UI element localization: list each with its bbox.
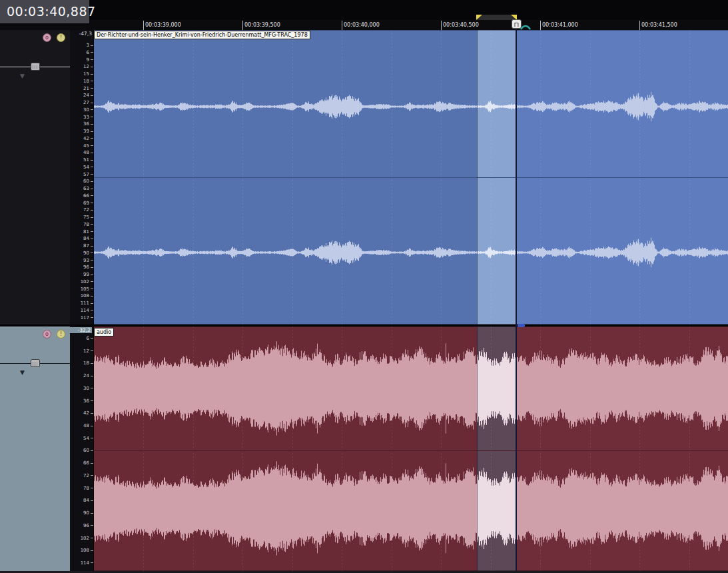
- solo-icon[interactable]: !: [57, 33, 65, 42]
- scrub-cursor-icon: [520, 24, 531, 30]
- ruler-tick: 00:03:40,500: [441, 21, 479, 30]
- ruler-tick: 00:03:39,000: [143, 21, 181, 30]
- level-tick: 39: [83, 129, 93, 134]
- level-tick: 114: [81, 560, 93, 566]
- level-tick: 45: [83, 143, 93, 149]
- track2-waveform[interactable]: [94, 326, 728, 571]
- ruler-tick: 00:03:40,000: [342, 21, 380, 30]
- level-tick: 102: [81, 536, 93, 541]
- level-tick: 51: [83, 157, 93, 163]
- level-tick: 60: [83, 179, 93, 184]
- level-tick: 54: [83, 165, 93, 170]
- level-tick: 24: [83, 93, 93, 98]
- playhead-handle-icon: ⊓: [514, 21, 520, 28]
- level-tick: 18: [83, 360, 93, 366]
- mute-icon[interactable]: o: [43, 33, 51, 42]
- top-bar: [0, 0, 728, 20]
- level-tick: 48: [83, 150, 93, 155]
- timeline-ruler[interactable]: 00:03:39,00000:03:39,50000:03:40,00000:0…: [0, 20, 728, 30]
- level-tick: 90: [83, 510, 93, 516]
- level-tick: 6: [87, 336, 93, 341]
- track2-buttons: o !: [43, 330, 65, 338]
- track1-buttons: o !: [43, 33, 65, 42]
- level-tick: 42: [83, 410, 93, 416]
- selection-start-handle[interactable]: [476, 15, 482, 20]
- level-tick: 117: [81, 315, 93, 320]
- ruler-tick: 00:03:39,500: [242, 21, 280, 30]
- solo-icon[interactable]: !: [57, 330, 65, 338]
- level-tick: 30: [83, 107, 93, 113]
- track2-header: o ! ▼: [0, 326, 70, 571]
- playhead-line: [516, 20, 517, 571]
- level-tick: 99: [83, 272, 93, 277]
- selection-range-bar[interactable]: [477, 15, 516, 20]
- level-tick: 108: [81, 293, 93, 298]
- level-tick: 78: [83, 486, 93, 491]
- level-tick: 63: [83, 186, 93, 191]
- level-tick: 72: [83, 473, 93, 478]
- track1-header: o ! ▼: [0, 30, 70, 324]
- level-tick: 9: [87, 57, 93, 63]
- level-tick: 57: [83, 172, 93, 177]
- level-tick: 69: [83, 201, 93, 206]
- level-tick: 84: [83, 498, 93, 503]
- ruler-tick: 00:03:41,500: [639, 21, 677, 30]
- mute-icon[interactable]: o: [43, 330, 51, 338]
- level-tick: 108: [81, 548, 93, 553]
- level-tick: 54: [83, 436, 93, 441]
- track1-clip-label[interactable]: Der-Richter-und-sein-Henker_Krimi-von-Fr…: [94, 31, 310, 39]
- level-tick: 105: [81, 286, 93, 292]
- track1-level-ruler: -47,3 3691215182124273033363942454851545…: [70, 30, 94, 324]
- level-tick: 75: [83, 215, 93, 220]
- timecode-display: 00:03:40,887: [0, 0, 89, 23]
- track1-waveform[interactable]: [94, 30, 728, 324]
- track1-volume-handle[interactable]: [31, 63, 40, 71]
- level-tick: 66: [83, 460, 93, 466]
- track2-volume-slider[interactable]: [0, 359, 70, 368]
- ruler-tick: 00:03:41,000: [540, 21, 578, 30]
- level-tick: 24: [83, 373, 93, 378]
- level-tick: 114: [81, 308, 93, 313]
- level-tick: 60: [83, 448, 93, 453]
- level-tick: 48: [83, 423, 93, 428]
- level-tick: 81: [83, 229, 93, 235]
- level-tick: 3: [87, 43, 93, 48]
- playhead-handle[interactable]: ⊓: [512, 19, 522, 29]
- level-tick: 66: [83, 193, 93, 199]
- clip-marker[interactable]: [518, 324, 525, 327]
- level-tick: 96: [83, 523, 93, 528]
- track2-collapse-arrow[interactable]: ▼: [20, 370, 25, 376]
- selection-left-edge[interactable]: [477, 30, 478, 571]
- level-tick: 78: [83, 222, 93, 227]
- level-tick: 87: [83, 243, 93, 249]
- track2-level-ruler: -32,2 6121824303642485460667278849096102…: [70, 326, 94, 571]
- level-tick: 6: [87, 50, 93, 55]
- track2-volume-handle[interactable]: [31, 359, 40, 367]
- track2-clip-label[interactable]: audio: [94, 328, 114, 336]
- level-tick: 90: [83, 251, 93, 256]
- level-tick: 27: [83, 100, 93, 105]
- level-tick: 12: [83, 348, 93, 354]
- level-tick: 96: [83, 265, 93, 270]
- track2-peak-db: -32,2: [70, 327, 92, 333]
- track1-collapse-arrow[interactable]: ▼: [20, 73, 25, 79]
- level-tick: 93: [83, 258, 93, 263]
- level-tick: 12: [83, 64, 93, 69]
- level-tick: 15: [83, 71, 93, 77]
- level-tick: 36: [83, 121, 93, 127]
- level-tick: 42: [83, 136, 93, 141]
- level-tick: 21: [83, 86, 93, 91]
- level-tick: 84: [83, 236, 93, 241]
- level-tick: 36: [83, 398, 93, 404]
- level-tick: 30: [83, 386, 93, 391]
- level-tick: 102: [81, 279, 93, 285]
- track-separator: [0, 324, 728, 326]
- audio-editor-window: 00:03:40,887 00:03:39,00000:03:39,50000:…: [0, 0, 728, 573]
- level-tick: 33: [83, 115, 93, 120]
- level-tick: 111: [81, 300, 93, 306]
- level-tick: 72: [83, 207, 93, 213]
- level-tick: 18: [83, 79, 93, 84]
- track1-peak-db: -47,3: [79, 31, 92, 37]
- track1-volume-slider[interactable]: [0, 63, 70, 71]
